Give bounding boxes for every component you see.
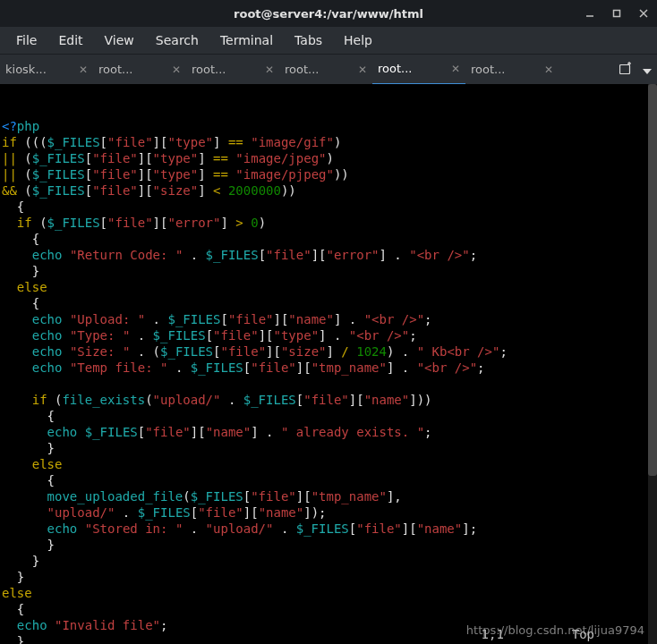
minimize-button[interactable] bbox=[576, 0, 603, 27]
tab-1[interactable]: root... ✕ bbox=[93, 55, 186, 85]
new-tab-icon[interactable] bbox=[619, 62, 634, 77]
tab-0[interactable]: kiosk... ✕ bbox=[0, 55, 93, 85]
code-content: <?phpif ((($_FILES["file"]["type"] == "i… bbox=[2, 118, 655, 644]
svg-rect-1 bbox=[614, 11, 620, 17]
close-icon[interactable]: ✕ bbox=[73, 64, 88, 76]
menu-terminal[interactable]: Terminal bbox=[209, 28, 284, 53]
menu-help[interactable]: Help bbox=[333, 28, 383, 53]
tab-5[interactable]: root... ✕ bbox=[465, 55, 559, 85]
close-icon[interactable]: ✕ bbox=[446, 63, 460, 75]
tab-4[interactable]: root... ✕ bbox=[372, 55, 465, 85]
menu-search[interactable]: Search bbox=[145, 28, 209, 53]
tab-2[interactable]: root... ✕ bbox=[186, 55, 279, 85]
menu-file[interactable]: File bbox=[5, 28, 47, 53]
menu-edit[interactable]: Edit bbox=[47, 28, 93, 53]
tab-label: root... bbox=[471, 63, 539, 76]
window-controls bbox=[576, 0, 657, 27]
svg-rect-4 bbox=[620, 65, 630, 74]
menu-bar: File Edit View Search Terminal Tabs Help bbox=[0, 27, 657, 54]
terminal-area[interactable]: <?phpif ((($_FILES["file"]["type"] == "i… bbox=[0, 84, 657, 644]
tab-label: kiosk... bbox=[5, 63, 73, 76]
tab-label: root... bbox=[192, 63, 260, 76]
maximize-button[interactable] bbox=[603, 0, 630, 27]
tab-3[interactable]: root... ✕ bbox=[279, 55, 372, 85]
menu-view[interactable]: View bbox=[94, 28, 145, 53]
scrollbar[interactable] bbox=[648, 84, 657, 644]
close-icon[interactable]: ✕ bbox=[353, 64, 367, 76]
close-button[interactable] bbox=[630, 0, 657, 27]
close-icon[interactable]: ✕ bbox=[260, 64, 274, 76]
tab-actions bbox=[619, 62, 657, 77]
scrollbar-thumb[interactable] bbox=[648, 84, 657, 476]
tab-label: root... bbox=[285, 63, 353, 76]
close-icon[interactable]: ✕ bbox=[166, 64, 181, 76]
window-titlebar: root@server4:/var/www/html bbox=[0, 0, 657, 27]
window-title: root@server4:/var/www/html bbox=[234, 7, 423, 21]
tab-bar: kiosk... ✕ root... ✕ root... ✕ root... ✕… bbox=[0, 54, 657, 84]
tab-label: root... bbox=[378, 62, 446, 75]
close-icon[interactable]: ✕ bbox=[539, 64, 553, 76]
tab-label: root... bbox=[98, 63, 166, 76]
watermark: https://blog.csdn.net/lijua9794 bbox=[466, 623, 644, 639]
menu-tabs[interactable]: Tabs bbox=[284, 28, 333, 53]
tab-dropdown-icon[interactable] bbox=[643, 63, 652, 77]
svg-marker-7 bbox=[643, 69, 652, 74]
